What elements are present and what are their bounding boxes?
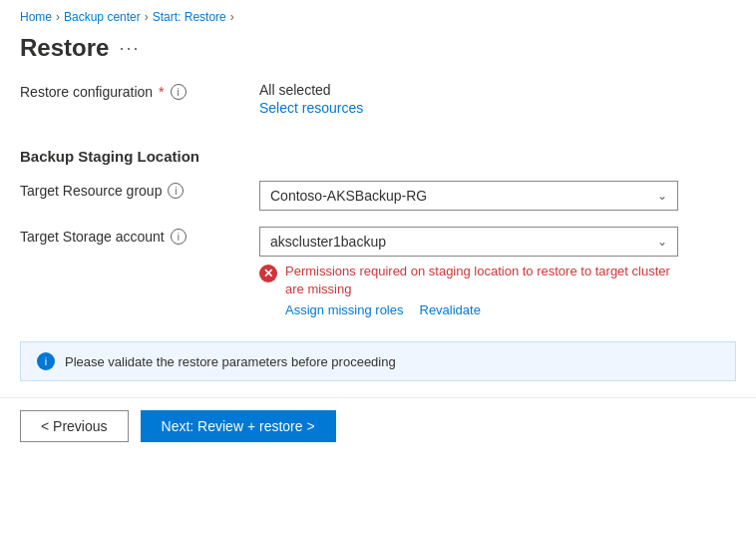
target-rg-chevron-icon: ⌄: [657, 189, 667, 203]
breadcrumb-backup-center[interactable]: Backup center: [64, 10, 141, 24]
info-bar-message: Please validate the restore parameters b…: [65, 354, 396, 369]
restore-config-section: Restore configuration * i All selected S…: [20, 82, 736, 116]
target-rg-row: Target Resource group i Contoso-AKSBacku…: [20, 181, 736, 211]
target-storage-dropdown-container: akscluster1backup ⌄ ✕ Permissions requir…: [259, 227, 736, 317]
target-storage-label-text: Target Storage account: [20, 229, 165, 245]
info-bar-icon: i: [37, 352, 55, 370]
breadcrumb-home[interactable]: Home: [20, 10, 52, 24]
all-selected-text: All selected: [259, 82, 363, 98]
info-bar: i Please validate the restore parameters…: [20, 341, 736, 381]
breadcrumb: Home › Backup center › Start: Restore ›: [0, 0, 756, 30]
target-rg-dropdown-container: Contoso-AKSBackup-RG ⌄: [259, 181, 736, 211]
backup-staging-section: Backup Staging Location Target Resource …: [20, 140, 736, 317]
previous-button[interactable]: < Previous: [20, 410, 129, 442]
more-options-icon[interactable]: ···: [119, 38, 140, 59]
error-content: Permissions required on staging location…: [285, 263, 678, 317]
next-button[interactable]: Next: Review + restore >: [141, 410, 336, 442]
restore-config-value: All selected Select resources: [259, 82, 363, 116]
select-resources-link[interactable]: Select resources: [259, 100, 363, 116]
target-storage-row: Target Storage account i akscluster1back…: [20, 227, 736, 317]
target-rg-dropdown[interactable]: Contoso-AKSBackup-RG ⌄: [259, 181, 678, 211]
error-links: Assign missing roles Revalidate: [285, 302, 678, 317]
backup-staging-title: Backup Staging Location: [20, 140, 736, 165]
restore-config-row: Restore configuration * i All selected S…: [20, 82, 736, 116]
target-rg-label-text: Target Resource group: [20, 183, 162, 199]
target-rg-info-icon[interactable]: i: [168, 183, 184, 199]
restore-config-label-text: Restore configuration: [20, 84, 153, 100]
footer: < Previous Next: Review + restore >: [0, 397, 756, 454]
target-storage-info-icon[interactable]: i: [171, 229, 187, 245]
error-message: Permissions required on staging location…: [285, 263, 678, 298]
target-rg-label: Target Resource group i: [20, 181, 239, 199]
error-circle-icon: ✕: [259, 265, 277, 282]
breadcrumb-chevron-3: ›: [230, 10, 234, 24]
restore-config-label: Restore configuration * i: [20, 82, 239, 100]
breadcrumb-start-restore[interactable]: Start: Restore: [153, 10, 226, 24]
target-storage-label: Target Storage account i: [20, 227, 239, 245]
restore-config-required: *: [159, 84, 164, 100]
main-content: Restore configuration * i All selected S…: [0, 82, 756, 381]
target-storage-value: akscluster1backup: [270, 234, 386, 250]
target-rg-value: Contoso-AKSBackup-RG: [270, 188, 427, 204]
page-title: Restore: [20, 34, 109, 62]
page-header: Restore ···: [0, 30, 756, 82]
permissions-error-box: ✕ Permissions required on staging locati…: [259, 263, 678, 317]
revalidate-link[interactable]: Revalidate: [420, 302, 481, 317]
breadcrumb-chevron-1: ›: [56, 10, 60, 24]
target-storage-dropdown[interactable]: akscluster1backup ⌄: [259, 227, 678, 257]
target-storage-chevron-icon: ⌄: [657, 235, 667, 249]
restore-config-info-icon[interactable]: i: [171, 84, 187, 100]
assign-missing-roles-link[interactable]: Assign missing roles: [285, 302, 404, 317]
breadcrumb-chevron-2: ›: [145, 10, 149, 24]
